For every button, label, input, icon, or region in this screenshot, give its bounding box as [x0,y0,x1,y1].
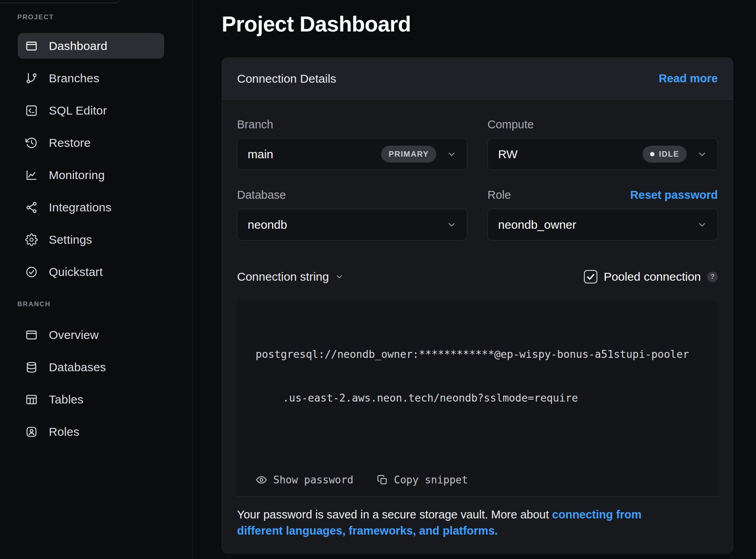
code-actions: Show password Copy snippet [256,474,702,486]
sidebar-item-roles[interactable]: Roles [18,419,164,444]
sidebar-item-label: Branches [49,72,99,85]
database-icon [25,361,38,374]
database-label: Database [237,189,286,202]
project-selector-remnant [0,0,120,3]
sidebar-item-databases[interactable]: Databases [18,354,164,380]
pooled-connection-label: Pooled connection [604,270,701,283]
compute-value: RW [498,148,517,161]
database-value: neondb [248,218,287,231]
sidebar-item-branches[interactable]: Branches [18,65,164,91]
password-vault-note: Your password is saved in a secure stora… [237,507,690,539]
connection-string-label: Connection string [237,270,329,283]
connection-string-dropdown[interactable]: Connection string [237,270,344,283]
status-dot [650,152,654,156]
chevron-down-icon [697,220,707,230]
copy-snippet-label: Copy snippet [394,474,468,486]
page-title: Project Dashboard [222,11,756,37]
check-circle-icon [25,266,38,278]
sidebar-item-label: Dashboard [49,39,107,53]
sidebar-item-dashboard[interactable]: Dashboard [18,33,164,59]
sidebar-item-overview[interactable]: Overview [18,322,164,348]
overview-icon [25,329,38,341]
compute-label: Compute [487,118,534,131]
role-field: Role Reset password neondb_owner [487,188,718,241]
sidebar-item-label: Settings [49,233,92,246]
idle-badge-label: IDLE [659,150,679,159]
reset-password-link[interactable]: Reset password [630,189,718,202]
history-icon [25,137,38,149]
branch-nav: Overview Databases Tables Roles [0,322,193,444]
show-password-button[interactable]: Show password [256,474,354,486]
chevron-down-icon [447,149,457,159]
chevron-down-icon [335,272,344,281]
git-branch-icon [25,72,38,85]
show-password-label: Show password [273,474,354,486]
primary-badge-label: PRIMARY [389,150,429,159]
connection-string-panel: postgresql://neondb_owner:************@e… [237,301,718,496]
compute-field: Compute RW IDLE [487,118,718,170]
connection-string-line-1: postgresql://neondb_owner:************@e… [256,347,702,361]
sidebar-item-label: Monitoring [49,168,105,182]
sidebar-section-branch: BRANCH [0,300,193,308]
sidebar-item-label: Tables [49,393,83,406]
pooled-connection-toggle: Pooled connection ? [584,270,718,283]
sidebar-item-label: Roles [49,425,80,439]
user-badge-icon [25,426,38,438]
chart-icon [25,169,38,181]
app-window: PROJECT Dashboard Branches SQL Editor [0,0,756,559]
read-more-link[interactable]: Read more [659,72,718,85]
card-header: Connection Details Read more [222,58,733,100]
copy-icon [376,474,388,486]
sidebar-item-monitoring[interactable]: Monitoring [18,162,164,188]
connection-string-line-2: .us-east-2.aws.neon.tech/neondb?sslmode=… [256,391,702,405]
sidebar-item-quickstart[interactable]: Quickstart [18,259,164,285]
compute-select[interactable]: RW IDLE [487,138,718,170]
form-row-1: Branch main PRIMARY Compute [237,118,718,170]
sidebar-item-settings[interactable]: Settings [18,227,164,252]
dashboard-icon [25,40,38,52]
sidebar-item-label: Databases [49,361,106,374]
gear-icon [25,233,38,246]
table-icon [25,393,38,406]
role-label: Role [487,189,511,202]
project-nav: Dashboard Branches SQL Editor Restore [0,33,193,285]
idle-status-badge: IDLE [643,146,687,163]
sidebar-item-label: Integrations [49,201,111,214]
vault-note-text: Your password is saved in a secure stora… [237,508,552,521]
sidebar-item-integrations[interactable]: Integrations [18,194,164,220]
card-title: Connection Details [237,72,336,85]
primary-badge: PRIMARY [381,146,436,163]
sidebar-item-tables[interactable]: Tables [18,387,164,412]
copy-snippet-button[interactable]: Copy snippet [376,474,468,486]
card-body: Branch main PRIMARY Compute [222,100,733,553]
sidebar-item-label: Quickstart [49,265,103,279]
sidebar-item-label: Restore [49,136,91,150]
sidebar-item-sql-editor[interactable]: SQL Editor [18,98,164,123]
sidebar-section-project: PROJECT [0,13,193,21]
integrations-icon [25,201,38,214]
pooled-connection-checkbox[interactable] [584,270,597,283]
database-field: Database neondb [237,188,467,241]
connection-string-row: Connection string Pooled connection ? [237,269,718,285]
sidebar-item-label: Overview [49,328,99,342]
sidebar: PROJECT Dashboard Branches SQL Editor [0,0,193,559]
connection-details-card: Connection Details Read more Branch main… [222,57,733,553]
connection-string-value[interactable]: postgresql://neondb_owner:************@e… [256,318,702,434]
branch-label: Branch [237,118,273,131]
role-select[interactable]: neondb_owner [487,209,718,241]
database-select[interactable]: neondb [237,209,467,241]
chevron-down-icon [447,220,457,230]
check-icon [586,272,596,282]
branch-value: main [248,148,273,161]
eye-icon [256,474,267,486]
branch-field: Branch main PRIMARY [237,118,467,170]
help-icon[interactable]: ? [707,272,718,282]
sidebar-item-restore[interactable]: Restore [18,130,164,155]
chevron-down-icon [697,149,707,159]
sql-editor-icon [25,104,38,117]
form-row-2: Database neondb Role Reset password [237,188,718,241]
branch-select[interactable]: main PRIMARY [237,138,467,170]
main-content: Project Dashboard Connection Details Rea… [193,0,756,559]
role-value: neondb_owner [498,218,576,231]
sidebar-item-label: SQL Editor [49,104,107,117]
